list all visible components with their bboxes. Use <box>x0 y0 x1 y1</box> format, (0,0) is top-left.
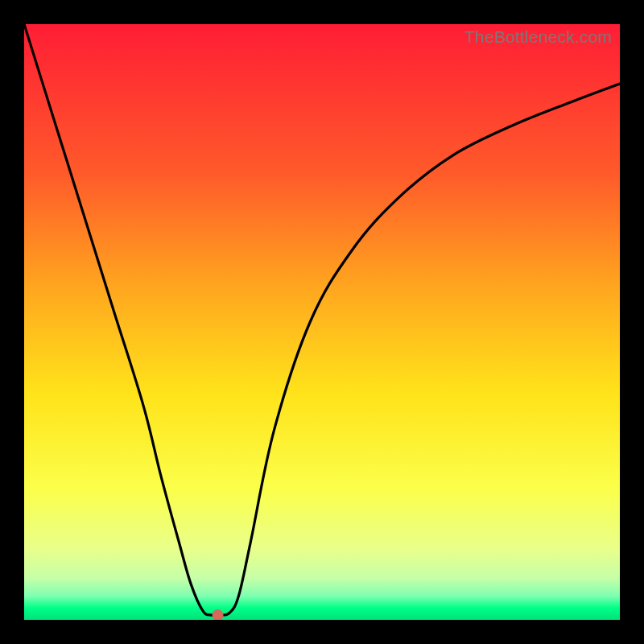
curve-path <box>24 24 620 616</box>
minimum-marker <box>213 609 224 620</box>
bottleneck-curve <box>24 24 620 620</box>
outer-frame: TheBottleneck.com <box>0 0 644 644</box>
plot-area: TheBottleneck.com <box>24 24 620 620</box>
